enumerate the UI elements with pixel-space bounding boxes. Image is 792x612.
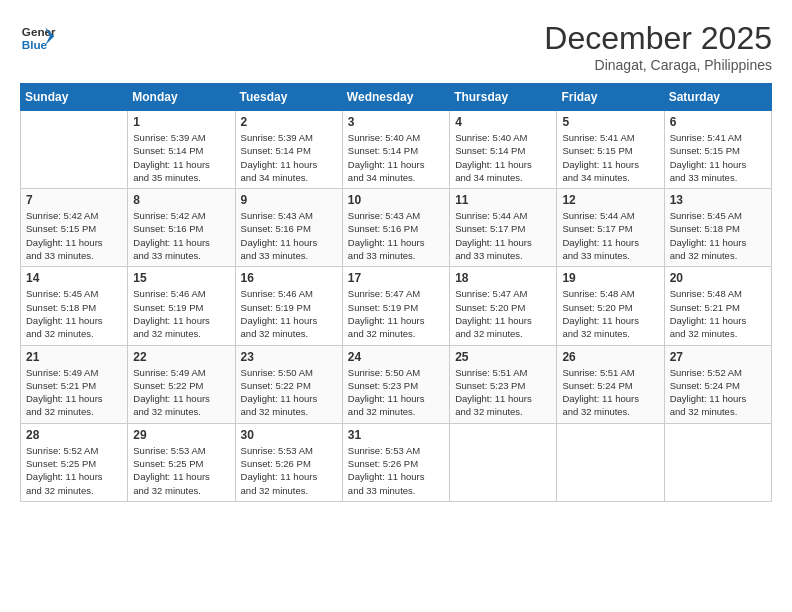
week-row-5: 28Sunrise: 5:52 AMSunset: 5:25 PMDayligh… — [21, 423, 772, 501]
logo-icon: General Blue — [20, 20, 56, 56]
day-number: 2 — [241, 115, 337, 129]
day-number: 3 — [348, 115, 444, 129]
day-number: 9 — [241, 193, 337, 207]
svg-text:Blue: Blue — [22, 38, 48, 51]
calendar-cell: 12Sunrise: 5:44 AMSunset: 5:17 PMDayligh… — [557, 189, 664, 267]
header-row: SundayMondayTuesdayWednesdayThursdayFrid… — [21, 84, 772, 111]
calendar-cell: 8Sunrise: 5:42 AMSunset: 5:16 PMDaylight… — [128, 189, 235, 267]
day-number: 15 — [133, 271, 229, 285]
cell-info: Sunrise: 5:46 AMSunset: 5:19 PMDaylight:… — [133, 287, 229, 340]
day-number: 14 — [26, 271, 122, 285]
cell-info: Sunrise: 5:53 AMSunset: 5:26 PMDaylight:… — [348, 444, 444, 497]
cell-info: Sunrise: 5:40 AMSunset: 5:14 PMDaylight:… — [455, 131, 551, 184]
week-row-2: 7Sunrise: 5:42 AMSunset: 5:15 PMDaylight… — [21, 189, 772, 267]
calendar-cell: 25Sunrise: 5:51 AMSunset: 5:23 PMDayligh… — [450, 345, 557, 423]
calendar-cell: 10Sunrise: 5:43 AMSunset: 5:16 PMDayligh… — [342, 189, 449, 267]
calendar-cell: 15Sunrise: 5:46 AMSunset: 5:19 PMDayligh… — [128, 267, 235, 345]
cell-info: Sunrise: 5:41 AMSunset: 5:15 PMDaylight:… — [562, 131, 658, 184]
cell-info: Sunrise: 5:40 AMSunset: 5:14 PMDaylight:… — [348, 131, 444, 184]
day-header-wednesday: Wednesday — [342, 84, 449, 111]
calendar-cell: 23Sunrise: 5:50 AMSunset: 5:22 PMDayligh… — [235, 345, 342, 423]
calendar-cell: 30Sunrise: 5:53 AMSunset: 5:26 PMDayligh… — [235, 423, 342, 501]
calendar-cell — [450, 423, 557, 501]
cell-info: Sunrise: 5:43 AMSunset: 5:16 PMDaylight:… — [241, 209, 337, 262]
week-row-3: 14Sunrise: 5:45 AMSunset: 5:18 PMDayligh… — [21, 267, 772, 345]
day-number: 23 — [241, 350, 337, 364]
day-number: 28 — [26, 428, 122, 442]
calendar-cell: 17Sunrise: 5:47 AMSunset: 5:19 PMDayligh… — [342, 267, 449, 345]
logo: General Blue — [20, 20, 56, 56]
day-number: 8 — [133, 193, 229, 207]
calendar-cell: 31Sunrise: 5:53 AMSunset: 5:26 PMDayligh… — [342, 423, 449, 501]
calendar-cell: 3Sunrise: 5:40 AMSunset: 5:14 PMDaylight… — [342, 111, 449, 189]
calendar-cell: 1Sunrise: 5:39 AMSunset: 5:14 PMDaylight… — [128, 111, 235, 189]
day-number: 21 — [26, 350, 122, 364]
day-header-thursday: Thursday — [450, 84, 557, 111]
cell-info: Sunrise: 5:49 AMSunset: 5:22 PMDaylight:… — [133, 366, 229, 419]
week-row-4: 21Sunrise: 5:49 AMSunset: 5:21 PMDayligh… — [21, 345, 772, 423]
cell-info: Sunrise: 5:41 AMSunset: 5:15 PMDaylight:… — [670, 131, 766, 184]
cell-info: Sunrise: 5:47 AMSunset: 5:20 PMDaylight:… — [455, 287, 551, 340]
day-number: 11 — [455, 193, 551, 207]
day-header-sunday: Sunday — [21, 84, 128, 111]
calendar-cell: 27Sunrise: 5:52 AMSunset: 5:24 PMDayligh… — [664, 345, 771, 423]
calendar-cell: 24Sunrise: 5:50 AMSunset: 5:23 PMDayligh… — [342, 345, 449, 423]
calendar-cell: 16Sunrise: 5:46 AMSunset: 5:19 PMDayligh… — [235, 267, 342, 345]
day-number: 20 — [670, 271, 766, 285]
day-number: 6 — [670, 115, 766, 129]
calendar-cell: 4Sunrise: 5:40 AMSunset: 5:14 PMDaylight… — [450, 111, 557, 189]
day-number: 7 — [26, 193, 122, 207]
day-number: 1 — [133, 115, 229, 129]
calendar-cell: 14Sunrise: 5:45 AMSunset: 5:18 PMDayligh… — [21, 267, 128, 345]
cell-info: Sunrise: 5:53 AMSunset: 5:25 PMDaylight:… — [133, 444, 229, 497]
calendar-cell: 2Sunrise: 5:39 AMSunset: 5:14 PMDaylight… — [235, 111, 342, 189]
week-row-1: 1Sunrise: 5:39 AMSunset: 5:14 PMDaylight… — [21, 111, 772, 189]
calendar-cell: 6Sunrise: 5:41 AMSunset: 5:15 PMDaylight… — [664, 111, 771, 189]
cell-info: Sunrise: 5:52 AMSunset: 5:25 PMDaylight:… — [26, 444, 122, 497]
calendar-cell: 29Sunrise: 5:53 AMSunset: 5:25 PMDayligh… — [128, 423, 235, 501]
calendar-cell: 13Sunrise: 5:45 AMSunset: 5:18 PMDayligh… — [664, 189, 771, 267]
cell-info: Sunrise: 5:49 AMSunset: 5:21 PMDaylight:… — [26, 366, 122, 419]
cell-info: Sunrise: 5:43 AMSunset: 5:16 PMDaylight:… — [348, 209, 444, 262]
calendar-cell: 18Sunrise: 5:47 AMSunset: 5:20 PMDayligh… — [450, 267, 557, 345]
day-number: 16 — [241, 271, 337, 285]
calendar-table: SundayMondayTuesdayWednesdayThursdayFrid… — [20, 83, 772, 502]
day-number: 26 — [562, 350, 658, 364]
cell-info: Sunrise: 5:51 AMSunset: 5:23 PMDaylight:… — [455, 366, 551, 419]
day-number: 25 — [455, 350, 551, 364]
day-number: 24 — [348, 350, 444, 364]
day-number: 18 — [455, 271, 551, 285]
cell-info: Sunrise: 5:42 AMSunset: 5:15 PMDaylight:… — [26, 209, 122, 262]
day-header-monday: Monday — [128, 84, 235, 111]
calendar-cell: 11Sunrise: 5:44 AMSunset: 5:17 PMDayligh… — [450, 189, 557, 267]
calendar-cell: 22Sunrise: 5:49 AMSunset: 5:22 PMDayligh… — [128, 345, 235, 423]
cell-info: Sunrise: 5:45 AMSunset: 5:18 PMDaylight:… — [670, 209, 766, 262]
day-number: 4 — [455, 115, 551, 129]
cell-info: Sunrise: 5:42 AMSunset: 5:16 PMDaylight:… — [133, 209, 229, 262]
calendar-cell: 19Sunrise: 5:48 AMSunset: 5:20 PMDayligh… — [557, 267, 664, 345]
calendar-cell: 20Sunrise: 5:48 AMSunset: 5:21 PMDayligh… — [664, 267, 771, 345]
header: General Blue December 2025 Dinagat, Cara… — [20, 20, 772, 73]
day-number: 17 — [348, 271, 444, 285]
cell-info: Sunrise: 5:45 AMSunset: 5:18 PMDaylight:… — [26, 287, 122, 340]
cell-info: Sunrise: 5:46 AMSunset: 5:19 PMDaylight:… — [241, 287, 337, 340]
cell-info: Sunrise: 5:53 AMSunset: 5:26 PMDaylight:… — [241, 444, 337, 497]
day-number: 10 — [348, 193, 444, 207]
calendar-cell — [557, 423, 664, 501]
cell-info: Sunrise: 5:47 AMSunset: 5:19 PMDaylight:… — [348, 287, 444, 340]
cell-info: Sunrise: 5:44 AMSunset: 5:17 PMDaylight:… — [455, 209, 551, 262]
cell-info: Sunrise: 5:50 AMSunset: 5:22 PMDaylight:… — [241, 366, 337, 419]
location-subtitle: Dinagat, Caraga, Philippines — [544, 57, 772, 73]
cell-info: Sunrise: 5:52 AMSunset: 5:24 PMDaylight:… — [670, 366, 766, 419]
day-header-friday: Friday — [557, 84, 664, 111]
calendar-cell: 5Sunrise: 5:41 AMSunset: 5:15 PMDaylight… — [557, 111, 664, 189]
cell-info: Sunrise: 5:48 AMSunset: 5:20 PMDaylight:… — [562, 287, 658, 340]
day-number: 13 — [670, 193, 766, 207]
cell-info: Sunrise: 5:48 AMSunset: 5:21 PMDaylight:… — [670, 287, 766, 340]
cell-info: Sunrise: 5:51 AMSunset: 5:24 PMDaylight:… — [562, 366, 658, 419]
day-number: 31 — [348, 428, 444, 442]
day-number: 12 — [562, 193, 658, 207]
month-title: December 2025 — [544, 20, 772, 57]
calendar-cell: 21Sunrise: 5:49 AMSunset: 5:21 PMDayligh… — [21, 345, 128, 423]
day-header-tuesday: Tuesday — [235, 84, 342, 111]
